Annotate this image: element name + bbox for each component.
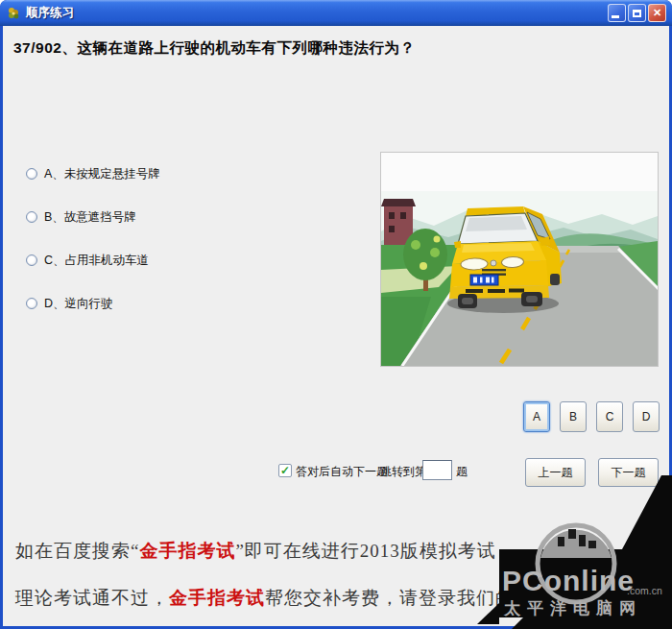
app-window: 顺序练习 ✕ 37/902、这辆在道路上行驶的机动车有下列哪种违法行为？ A、未…	[0, 0, 672, 629]
promo-line1-brand: 金手指考试	[139, 541, 235, 561]
maximize-button[interactable]	[628, 4, 646, 22]
promo-line2-mid: 帮您交补考费，请登录我们的网站	[265, 588, 559, 608]
option-a-label: A、未按规定悬挂号牌	[44, 166, 160, 182]
answer-button-b[interactable]: B	[560, 401, 587, 432]
answer-button-a[interactable]: A	[523, 401, 550, 432]
next-question-button[interactable]: 下一题	[598, 458, 659, 487]
checkmark-icon: ✓	[280, 464, 290, 477]
answer-button-d[interactable]: D	[633, 401, 660, 432]
maximize-icon	[633, 10, 641, 17]
promo-line1-post: ”即可在线进行2013版模拟考试，	[235, 541, 515, 561]
radio-button-a[interactable]	[26, 168, 37, 180]
option-b[interactable]: B、故意遮挡号牌	[26, 207, 136, 227]
option-b-label: B、故意遮挡号牌	[44, 209, 136, 226]
promo-website-link[interactable]: http://www.	[559, 588, 656, 608]
question-text: 37/902、这辆在道路上行驶的机动车有下列哪种违法行为？	[13, 38, 647, 59]
jump-prefix-label: 跳转到第	[380, 464, 426, 480]
radio-button-c[interactable]	[26, 254, 37, 266]
previous-question-button[interactable]: 上一题	[525, 458, 586, 487]
auto-next-label: 答对后自动下一题	[296, 464, 388, 480]
promo-line2-brand: 金手指考试	[169, 588, 265, 608]
option-c-label: C、占用非机动车道	[44, 253, 149, 269]
option-a[interactable]: A、未按规定悬挂号牌	[26, 164, 160, 183]
question-image	[380, 152, 659, 367]
radio-button-d[interactable]	[26, 298, 37, 309]
main-content: 37/902、这辆在道路上行驶的机动车有下列哪种违法行为？ A、未按规定悬挂号牌…	[3, 26, 669, 626]
app-flower-icon	[6, 6, 21, 21]
jump-suffix-label: 题	[456, 464, 468, 480]
close-button[interactable]: ✕	[648, 4, 666, 22]
car-scene-illustration	[381, 153, 658, 366]
answer-button-c[interactable]: C	[596, 401, 623, 432]
promo-line1-pre: 如在百度搜索“	[15, 541, 139, 561]
close-icon: ✕	[653, 7, 661, 19]
option-c[interactable]: C、占用非机动车道	[26, 251, 149, 270]
title-bar[interactable]: 顺序练习 ✕	[0, 0, 672, 26]
minimize-icon	[612, 15, 619, 18]
jump-input[interactable]	[422, 460, 452, 480]
window-title: 顺序练习	[26, 5, 608, 21]
promo-line2-pre: 理论考试通不过，	[15, 588, 169, 608]
radio-button-b[interactable]	[26, 211, 37, 223]
option-d[interactable]: D、逆向行驶	[26, 294, 113, 313]
minimize-button[interactable]	[608, 4, 626, 22]
promo-line-1: 如在百度搜索“金手指考试”即可在线进行2013版模拟考试，	[15, 539, 516, 564]
option-d-label: D、逆向行驶	[44, 296, 113, 312]
promo-line-2: 理论考试通不过，金手指考试帮您交补考费，请登录我们的网站 http://www.	[15, 586, 656, 611]
auto-next-checkbox[interactable]: ✓	[278, 464, 292, 477]
